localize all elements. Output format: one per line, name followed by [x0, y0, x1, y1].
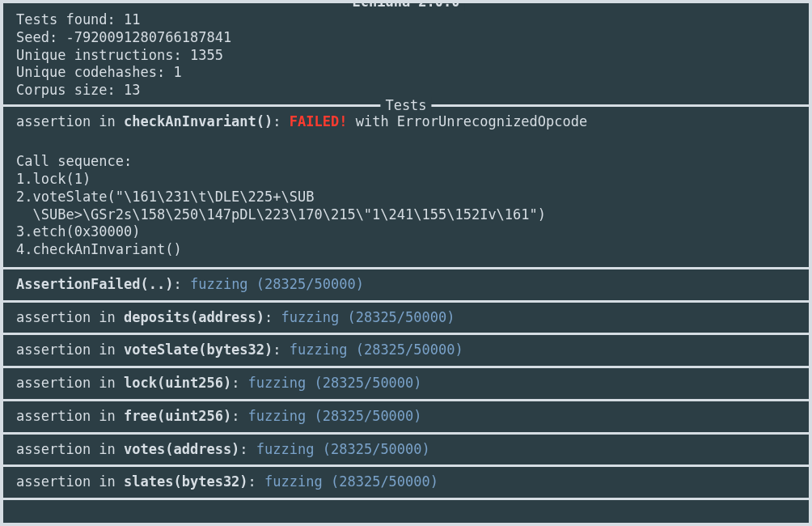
- call-2b: \SUBe>\GSr2s\158\250\147pDL\223\170\215\…: [16, 206, 546, 223]
- corpus-value: 13: [124, 82, 140, 98]
- assertion-prefix: assertion in: [16, 441, 124, 457]
- uniq-instr-value: 1355: [190, 47, 223, 63]
- fuzz-suffix: ): [446, 309, 455, 325]
- fuzz-count: 28325/50000: [364, 341, 455, 358]
- assertion-prefix: assertion in: [16, 113, 124, 129]
- fuzzing-status: fuzzing (28325/50000): [290, 341, 463, 358]
- fuzz-suffix: ): [413, 408, 421, 424]
- uniq-hash-value: 1: [173, 64, 181, 80]
- fuzz-suffix: ): [455, 341, 463, 358]
- title-text: Echidna 2.0.0: [352, 0, 459, 10]
- fuzz-prefix: fuzzing (: [290, 341, 364, 358]
- test-row-assertionfailed: AssertionFailed(..): fuzzing (28325/5000…: [3, 267, 809, 300]
- seed-label: Seed:: [16, 29, 66, 45]
- row-name: lock(uint256): [124, 375, 231, 391]
- uniq-hash-label: Unique codehashes:: [16, 64, 173, 80]
- call-sequence: Call sequence: 1.lock(1) 2.voteSlate("\1…: [16, 131, 796, 267]
- fuzz-count: 28325/50000: [264, 276, 356, 292]
- assertion-prefix: assertion in: [16, 408, 124, 424]
- fuzz-prefix: fuzzing (: [281, 309, 356, 325]
- assertion-prefix: assertion in: [16, 473, 124, 490]
- fuzz-count: 28325/50000: [331, 441, 422, 457]
- assertion-prefix: assertion in: [16, 341, 124, 358]
- row-name: slates(bytes32): [124, 473, 248, 490]
- fuzz-count: 28325/50000: [339, 473, 430, 490]
- fuzz-suffix: ): [413, 375, 421, 391]
- colon: :: [239, 441, 256, 457]
- colon: :: [273, 113, 289, 129]
- fuzz-count: 28325/50000: [323, 408, 414, 424]
- row-name: deposits(address): [124, 309, 264, 325]
- test-row-votes: assertion in votes(address): fuzzing (28…: [3, 432, 809, 465]
- call-seq-label: Call sequence:: [16, 153, 132, 169]
- failed-test-line: assertion in checkAnInvariant(): FAILED!…: [16, 113, 796, 131]
- call-3: 3.etch(0x30000): [16, 223, 141, 240]
- call-1: 1.lock(1): [16, 171, 91, 187]
- fuzz-suffix: ): [422, 441, 430, 457]
- colon: :: [231, 375, 247, 391]
- fuzz-prefix: fuzzing (: [190, 276, 264, 292]
- fuzzing-status: fuzzing (28325/50000): [256, 441, 430, 457]
- frame-title: Echidna 2.0.0: [347, 0, 464, 11]
- assertion-prefix: assertion in: [16, 375, 124, 391]
- fuzz-prefix: fuzzing (: [248, 408, 323, 424]
- tests-title: Tests: [380, 97, 431, 115]
- fuzzing-status: fuzzing (28325/50000): [190, 276, 364, 292]
- tests-title-text: Tests: [385, 97, 426, 113]
- uniq-instr-label: Unique instructions:: [16, 47, 190, 63]
- fuzz-suffix: ): [430, 473, 438, 490]
- row-name: votes(address): [124, 441, 239, 457]
- test-row-free: assertion in free(uint256): fuzzing (283…: [3, 399, 809, 432]
- fuzzing-status: fuzzing (28325/50000): [248, 408, 422, 424]
- fuzz-prefix: fuzzing (: [264, 473, 339, 490]
- row-name: voteSlate(bytes32): [124, 341, 273, 358]
- test-row-slates: assertion in slates(bytes32): fuzzing (2…: [3, 464, 809, 500]
- fuzz-count: 28325/50000: [356, 309, 447, 325]
- colon: :: [248, 473, 264, 490]
- tests-frame: Tests assertion in checkAnInvariant(): F…: [3, 104, 809, 267]
- stats-block: Tests found: 11 Seed: -79200912807661878…: [3, 3, 809, 104]
- row-name: AssertionFailed(..): [16, 276, 173, 292]
- fuzz-prefix: fuzzing (: [256, 441, 331, 457]
- failed-status: FAILED!: [290, 113, 348, 129]
- test-row-voteslate: assertion in voteSlate(bytes32): fuzzing…: [3, 333, 809, 366]
- tests-found-label: Tests found:: [16, 11, 124, 28]
- echidna-frame: Echidna 2.0.0 Tests found: 11 Seed: -792…: [0, 0, 812, 526]
- fuzzing-status: fuzzing (28325/50000): [264, 473, 438, 490]
- fuzzing-status: fuzzing (28325/50000): [281, 309, 455, 325]
- colon: :: [264, 309, 281, 325]
- colon: :: [231, 408, 247, 424]
- colon: :: [173, 276, 189, 292]
- tests-found-value: 11: [124, 11, 140, 28]
- fuzz-count: 28325/50000: [323, 375, 414, 391]
- test-row-lock: assertion in lock(uint256): fuzzing (283…: [3, 366, 809, 399]
- corpus-label: Corpus size:: [16, 82, 124, 98]
- fuzzing-status: fuzzing (28325/50000): [248, 375, 422, 391]
- test-row-deposits: assertion in deposits(address): fuzzing …: [3, 300, 809, 333]
- fuzz-prefix: fuzzing (: [248, 375, 323, 391]
- colon: :: [273, 341, 289, 358]
- assertion-prefix: assertion in: [16, 309, 124, 325]
- failed-fn: checkAnInvariant(): [124, 113, 273, 129]
- call-4: 4.checkAnInvariant(): [16, 241, 182, 257]
- row-name: free(uint256): [124, 408, 231, 424]
- seed-value: -7920091280766187841: [66, 29, 231, 45]
- fuzz-suffix: ): [356, 276, 364, 292]
- failed-with: with ErrorUnrecognizedOpcode: [347, 113, 587, 129]
- call-2a: 2.voteSlate("\161\231\t\DLE\225+\SUB: [16, 189, 314, 205]
